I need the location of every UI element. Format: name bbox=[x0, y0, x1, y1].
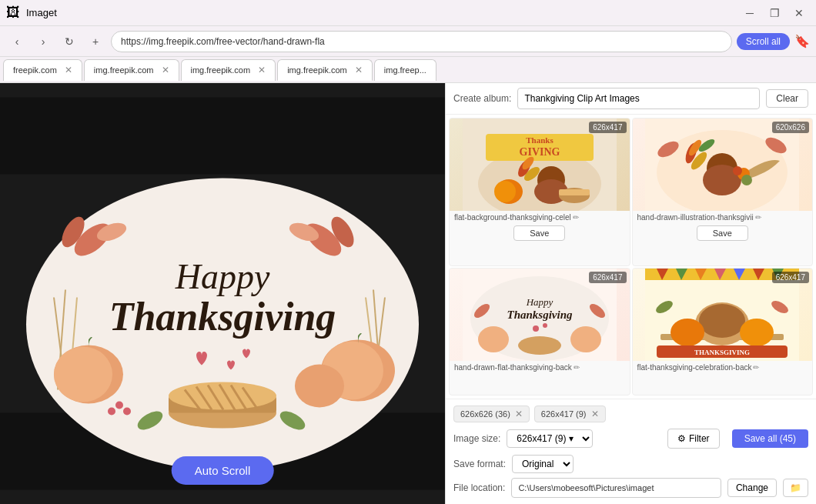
filter-tags: 626x626 (36) ✕ 626x417 (9) ✕ bbox=[453, 406, 808, 422]
save-format-select[interactable]: Original JPG PNG WebP bbox=[512, 455, 574, 473]
svg-text:THANKSGIVING: THANKSGIVING bbox=[694, 349, 750, 356]
tab-close-icon[interactable]: ✕ bbox=[258, 65, 266, 75]
image-dims-3: 626x417 bbox=[589, 272, 626, 283]
svg-point-60 bbox=[741, 175, 752, 185]
app-title: Imaget bbox=[26, 7, 57, 18]
edit-icon-4[interactable]: ✏ bbox=[753, 363, 759, 372]
format-row: Save format: Original JPG PNG WebP bbox=[453, 455, 808, 473]
left-panel: Happy Thanksgiving bbox=[0, 83, 445, 504]
image-filename-4: flat-thanksgiving-celebration-back ✏ bbox=[633, 361, 813, 374]
tab-label: img.freepik.com bbox=[287, 65, 347, 75]
tab-freepik[interactable]: freepik.com ✕ bbox=[3, 59, 82, 81]
svg-text:GIVING: GIVING bbox=[519, 146, 560, 158]
svg-text:Thanks: Thanks bbox=[526, 135, 553, 145]
tab-close-icon[interactable]: ✕ bbox=[65, 65, 72, 75]
tab-label: freepik.com bbox=[13, 65, 57, 75]
svg-point-32 bbox=[123, 408, 131, 416]
bookmark-icon[interactable]: 🔖 bbox=[794, 34, 810, 48]
title-bar: 🖼 Imaget ─ ❐ ✕ bbox=[0, 0, 816, 26]
save-all-button[interactable]: Save all (45) bbox=[732, 429, 808, 448]
image-size-select[interactable]: 626x417 (9) ▾ 626x626 (36) All sizes bbox=[507, 429, 593, 448]
svg-point-73 bbox=[543, 323, 547, 328]
tabs-bar: freepik.com ✕ img.freepik.com ✕ img.free… bbox=[0, 57, 816, 83]
new-tab-button[interactable]: + bbox=[85, 31, 106, 52]
tab-label: img.freepik.com bbox=[191, 65, 251, 75]
save-button-1[interactable]: Save bbox=[513, 225, 565, 241]
right-top-bar: Create album: Clear bbox=[446, 83, 816, 115]
tab-img-freepik-3[interactable]: img.freepik.com ✕ bbox=[277, 59, 373, 81]
image-cell-1: Thanks GIVING bbox=[449, 118, 630, 266]
file-location-label: File location: bbox=[453, 482, 505, 493]
tab-close-icon[interactable]: ✕ bbox=[355, 65, 363, 75]
svg-point-59 bbox=[733, 166, 742, 175]
bottom-controls: 626x626 (36) ✕ 626x417 (9) ✕ Image size:… bbox=[446, 399, 816, 504]
back-button[interactable]: ‹ bbox=[6, 31, 28, 52]
location-row: File location: Change 📁 bbox=[453, 478, 808, 498]
edit-icon-1[interactable]: ✏ bbox=[573, 213, 579, 222]
image-cell-3: Happy Thanksgiving bbox=[449, 268, 630, 396]
restore-button[interactable]: ❐ bbox=[764, 2, 785, 24]
create-album-label: Create album: bbox=[453, 93, 511, 104]
filter-tag-close-1[interactable]: ✕ bbox=[515, 409, 523, 419]
filter-button[interactable]: ⚙ Filter bbox=[667, 429, 720, 449]
svg-point-72 bbox=[533, 325, 539, 332]
svg-point-21 bbox=[295, 365, 344, 408]
svg-point-85 bbox=[699, 304, 745, 338]
tab-img-freepik-2[interactable]: img.freepik.com ✕ bbox=[181, 59, 276, 81]
scroll-all-button[interactable]: Scroll all bbox=[737, 33, 790, 50]
main-image: Happy Thanksgiving bbox=[0, 83, 445, 504]
svg-point-33 bbox=[108, 408, 115, 416]
minimize-button[interactable]: ─ bbox=[739, 2, 761, 24]
edit-icon-2[interactable]: ✏ bbox=[755, 213, 761, 222]
folder-icon: 📁 bbox=[790, 482, 801, 493]
refresh-button[interactable]: ↻ bbox=[59, 31, 80, 52]
tab-img-freepik-4[interactable]: img.freep... bbox=[374, 59, 436, 81]
svg-rect-0 bbox=[0, 98, 445, 175]
image-size-label: Image size: bbox=[453, 433, 500, 444]
image-dims-4: 626x417 bbox=[772, 272, 809, 283]
image-filename-1: flat-background-thanksgiving-celel ✏ bbox=[450, 211, 630, 224]
image-dims-2: 620x626 bbox=[772, 122, 809, 133]
file-location-input[interactable] bbox=[511, 478, 721, 498]
illustration-svg: Happy Thanksgiving bbox=[0, 83, 445, 504]
svg-text:Happy: Happy bbox=[175, 257, 270, 296]
svg-point-68 bbox=[570, 326, 601, 352]
app-icon: 🖼 bbox=[6, 5, 20, 21]
filter-icon: ⚙ bbox=[677, 433, 686, 444]
svg-point-24 bbox=[169, 382, 276, 410]
tab-img-freepik-1[interactable]: img.freepik.com ✕ bbox=[84, 59, 179, 81]
edit-icon-3[interactable]: ✏ bbox=[574, 363, 580, 372]
svg-point-67 bbox=[478, 326, 509, 352]
svg-point-69 bbox=[518, 336, 561, 355]
auto-scroll-button[interactable]: Auto Scroll bbox=[172, 456, 274, 485]
folder-button[interactable]: 📁 bbox=[783, 479, 808, 497]
image-dims-1: 626x417 bbox=[589, 122, 626, 133]
forward-button[interactable]: › bbox=[32, 31, 54, 52]
close-button[interactable]: ✕ bbox=[788, 2, 810, 24]
image-filename-3: hand-drawn-flat-thanksgiving-back ✏ bbox=[450, 361, 630, 374]
right-panel: Create album: Clear Thanks GIVING bbox=[445, 83, 816, 504]
image-grid: Thanks GIVING bbox=[446, 115, 816, 399]
svg-point-86 bbox=[671, 319, 704, 346]
svg-text:Thanksgiving: Thanksgiving bbox=[507, 309, 573, 321]
main-layout: Happy Thanksgiving bbox=[0, 83, 816, 504]
image-filename-2: hand-drawn-illustration-thanksgivii ✏ bbox=[633, 211, 813, 224]
size-row: Image size: 626x417 (9) ▾ 626x626 (36) A… bbox=[453, 429, 808, 449]
svg-point-31 bbox=[115, 402, 123, 409]
change-button[interactable]: Change bbox=[727, 479, 777, 497]
save-button-2[interactable]: Save bbox=[697, 225, 748, 241]
svg-rect-49 bbox=[559, 189, 590, 195]
filter-tag-close-2[interactable]: ✕ bbox=[591, 409, 599, 419]
address-input[interactable] bbox=[111, 31, 732, 52]
svg-text:Happy: Happy bbox=[525, 296, 553, 308]
svg-point-87 bbox=[740, 319, 774, 346]
svg-point-18 bbox=[54, 347, 112, 402]
filter-label: Filter bbox=[689, 433, 710, 444]
album-name-input[interactable] bbox=[517, 88, 760, 109]
tab-label: img.freepik.com bbox=[94, 65, 154, 75]
tab-label: img.freep... bbox=[384, 65, 426, 75]
image-cell-2: 620x626 hand-drawn-illustration-thanksgi… bbox=[632, 118, 814, 266]
clear-button[interactable]: Clear bbox=[766, 89, 808, 108]
tab-close-icon[interactable]: ✕ bbox=[162, 65, 169, 75]
svg-point-47 bbox=[494, 181, 516, 202]
